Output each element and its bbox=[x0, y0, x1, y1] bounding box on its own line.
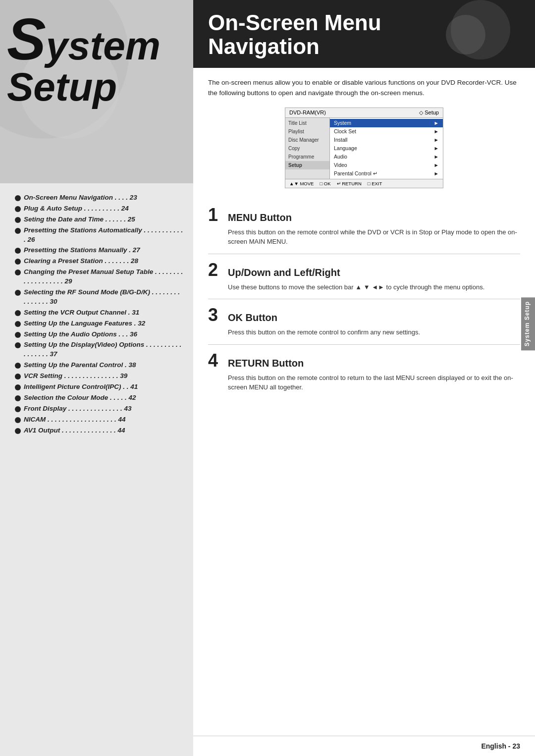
section-4-body: Press this button on the remote control … bbox=[228, 373, 520, 392]
toc-bullet bbox=[15, 310, 21, 316]
toc-item: Front Display . . . . . . . . . . . . . … bbox=[15, 404, 183, 414]
title-setup: Setup bbox=[7, 68, 160, 106]
toc-bullet bbox=[15, 321, 21, 327]
section-4-title: RETURN Button bbox=[228, 358, 304, 369]
sidebar-title-list: Title List bbox=[285, 119, 329, 127]
toc-text: On-Screen Menu Navigation . . . . 23 bbox=[24, 193, 183, 203]
section-2-header: 2 Up/Down and Left/Right bbox=[208, 261, 520, 279]
title-system: ystem bbox=[46, 26, 160, 66]
menu-item-clockset: Clock Set► bbox=[330, 127, 443, 136]
menu-item-language: Language► bbox=[330, 144, 443, 153]
section-1-header: 1 MENU Button bbox=[208, 206, 520, 224]
section-4-header: 4 RETURN Button bbox=[208, 352, 520, 370]
toc-text: Clearing a Preset Station . . . . . . . … bbox=[24, 257, 183, 266]
toc-text: Setting the VCR Output Channel . 31 bbox=[24, 308, 183, 318]
toc-item: Intelligent Picture Control(IPC) . . 41 bbox=[15, 382, 183, 392]
section-3-title: OK Button bbox=[228, 312, 277, 324]
toc-text: Setting Up the Parental Control . 38 bbox=[24, 361, 183, 370]
toc-text: NICAM . . . . . . . . . . . . . . . . . … bbox=[24, 415, 183, 425]
footer-english: English - 23 bbox=[481, 742, 520, 750]
toc-item: On-Screen Menu Navigation . . . . 23 bbox=[15, 193, 183, 203]
menu-header-right: ◇ Setup bbox=[419, 109, 439, 116]
toc-bullet bbox=[15, 290, 21, 296]
toc-bullet bbox=[15, 195, 21, 201]
menu-item-video: Video► bbox=[330, 161, 443, 169]
toc-item: Presetting the Stations Manually . 27 bbox=[15, 246, 183, 255]
toc-bullet bbox=[15, 206, 21, 212]
menu-item-parental: Parental Control ↵► bbox=[330, 169, 443, 178]
sidebar-playlist: Playlist bbox=[285, 127, 329, 136]
toc-item: Setting Up the Display(Video) Options . … bbox=[15, 340, 183, 359]
toc-item: Clearing a Preset Station . . . . . . . … bbox=[15, 257, 183, 266]
toc-text: Front Display . . . . . . . . . . . . . … bbox=[24, 404, 183, 414]
section-1-body: Press this button on the remote control … bbox=[228, 227, 520, 247]
toc-text: Setting Up the Language Features . 32 bbox=[24, 319, 183, 328]
toc-text: Presetting the Stations Manually . 27 bbox=[24, 246, 183, 255]
toc-item: Selection the Colour Mode . . . . . 42 bbox=[15, 393, 183, 403]
toc-item: Setting Up the Parental Control . 38 bbox=[15, 361, 183, 370]
sidebar-setup: Setup bbox=[285, 161, 329, 169]
toc-item: Seting the Date and Time . . . . . . 25 bbox=[15, 215, 183, 224]
toc-text: VCR Setting . . . . . . . . . . . . . . … bbox=[24, 372, 183, 381]
toc-bullet bbox=[15, 342, 21, 348]
right-panel: On-Screen Menu Navigation The on-screen … bbox=[193, 0, 535, 756]
chapter-title: System Setup bbox=[7, 10, 160, 106]
page-footer: English - 23 bbox=[193, 736, 535, 756]
toc-bullet bbox=[15, 217, 21, 223]
toc-item: Selecting the RF Sound Mode (B/G-D/K) . … bbox=[15, 288, 183, 307]
menu-body: Title List Playlist Disc Manager Copy Pr… bbox=[285, 118, 443, 179]
section-4: 4 RETURN Button Press this button on the… bbox=[208, 345, 520, 399]
menu-item-system: System► bbox=[330, 119, 443, 127]
toc-bullet bbox=[15, 259, 21, 265]
section-2: 2 Up/Down and Left/Right Use these butto… bbox=[208, 254, 520, 300]
toc-bullet bbox=[15, 395, 21, 401]
toc-bullet bbox=[15, 228, 21, 234]
toc-text: AV1 Output . . . . . . . . . . . . . . .… bbox=[24, 426, 183, 435]
toc-item: NICAM . . . . . . . . . . . . . . . . . … bbox=[15, 415, 183, 425]
section-4-number: 4 bbox=[208, 352, 223, 370]
toc-item: AV1 Output . . . . . . . . . . . . . . .… bbox=[15, 426, 183, 435]
toc-bullet bbox=[15, 248, 21, 254]
toc-bullet bbox=[15, 270, 21, 275]
footer-return: ↵ RETURN bbox=[337, 181, 362, 186]
toc-bullet bbox=[15, 332, 21, 338]
toc-list: On-Screen Menu Navigation . . . . 23Plug… bbox=[15, 193, 183, 436]
title-s: S bbox=[7, 10, 46, 68]
section-1-title: MENU Button bbox=[228, 212, 292, 223]
system-setup-tab: System Setup bbox=[521, 297, 535, 350]
footer-move: ▲▼ MOVE bbox=[289, 181, 314, 186]
sidebar-disc-manager: Disc Manager bbox=[285, 136, 329, 144]
toc-bullet bbox=[15, 417, 21, 423]
toc-text: Selecting the RF Sound Mode (B/G-D/K) . … bbox=[24, 288, 183, 307]
page-header: On-Screen Menu Navigation bbox=[193, 0, 535, 68]
menu-screenshot: DVD-RAM(VR) ◇ Setup Title List Playlist … bbox=[285, 108, 443, 188]
toc-item: Changing the Preset Manual Setup Table .… bbox=[15, 268, 183, 286]
toc-bullet bbox=[15, 428, 21, 434]
section-3: 3 OK Button Press this button on the rem… bbox=[208, 299, 520, 345]
toc-bullet bbox=[15, 363, 21, 369]
section-2-title: Up/Down and Left/Right bbox=[228, 267, 340, 278]
menu-header: DVD-RAM(VR) ◇ Setup bbox=[285, 108, 443, 118]
toc-item: VCR Setting . . . . . . . . . . . . . . … bbox=[15, 372, 183, 381]
toc-bullet bbox=[15, 374, 21, 379]
intro-paragraph: The on-screen menus allow you to enable … bbox=[208, 78, 520, 99]
toc-item: Setting the VCR Output Channel . 31 bbox=[15, 308, 183, 318]
section-2-body: Use these buttons to move the selection … bbox=[228, 282, 520, 292]
section-3-body: Press this button on the remote control … bbox=[228, 327, 520, 337]
section-3-number: 3 bbox=[208, 306, 223, 324]
menu-main-list: System► Clock Set► Install► Language► Au… bbox=[330, 118, 443, 179]
section-1-number: 1 bbox=[208, 206, 223, 224]
page-title: On-Screen Menu Navigation bbox=[208, 11, 520, 59]
toc-text: Selection the Colour Mode . . . . . 42 bbox=[24, 393, 183, 403]
menu-footer: ▲▼ MOVE □ OK ↵ RETURN □ EXIT bbox=[285, 179, 443, 188]
left-panel: System Setup On-Screen Menu Navigation .… bbox=[0, 0, 193, 756]
right-content: The on-screen menus allow you to enable … bbox=[193, 68, 535, 736]
toc-bullet bbox=[15, 384, 21, 390]
section-1: 1 MENU Button Press this button on the r… bbox=[208, 199, 520, 254]
footer-exit: □ EXIT bbox=[368, 181, 382, 186]
sidebar-copy: Copy bbox=[285, 144, 329, 153]
toc-text: Plug & Auto Setup . . . . . . . . . . 24 bbox=[24, 204, 183, 214]
menu-sidebar: Title List Playlist Disc Manager Copy Pr… bbox=[285, 118, 330, 179]
toc-text: Intelligent Picture Control(IPC) . . 41 bbox=[24, 382, 183, 392]
toc-bullet bbox=[15, 406, 21, 412]
